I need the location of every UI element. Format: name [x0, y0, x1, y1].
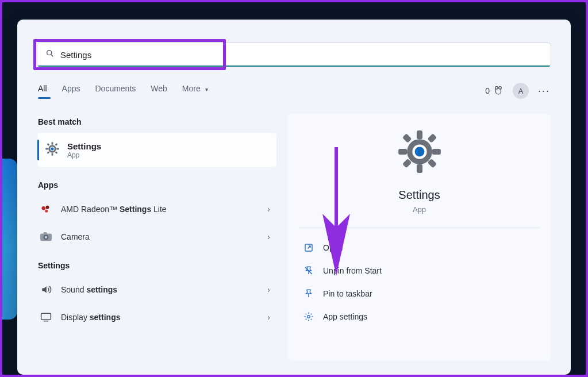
pin-icon [302, 288, 315, 299]
svg-point-2 [495, 87, 498, 90]
action-unpin-start[interactable]: Unpin from Start [299, 259, 540, 282]
svg-rect-22 [41, 313, 51, 320]
best-match-header: Best match [38, 117, 277, 126]
action-label: App settings [323, 312, 367, 321]
svg-rect-7 [45, 148, 48, 150]
svg-rect-10 [55, 151, 58, 154]
display-icon [39, 312, 53, 322]
app-item-camera[interactable]: Camera › [37, 223, 277, 251]
search-bar[interactable] [37, 43, 551, 67]
svg-rect-32 [427, 133, 437, 143]
tab-web[interactable]: Web [151, 84, 167, 98]
rewards-icon [493, 86, 504, 96]
app-item-label: Camera [61, 232, 259, 241]
svg-point-35 [414, 147, 424, 157]
svg-point-0 [47, 51, 52, 55]
svg-rect-8 [56, 148, 59, 150]
chevron-right-icon: › [267, 205, 270, 214]
svg-rect-28 [398, 149, 407, 155]
action-label: Unpin from Start [323, 266, 382, 275]
desktop-peek-left [2, 159, 17, 320]
svg-rect-27 [416, 164, 422, 173]
tab-more-label: More [182, 84, 201, 93]
tab-all[interactable]: All [38, 84, 47, 98]
svg-rect-12 [47, 151, 50, 154]
divider [299, 228, 540, 228]
avatar[interactable]: A [513, 83, 529, 99]
action-pin-taskbar[interactable]: Pin to taskbar [299, 282, 540, 305]
svg-rect-19 [44, 232, 47, 235]
apps-header: Apps [38, 180, 277, 190]
app-item-label: AMD Radeon™ Settings Lite [61, 205, 259, 214]
svg-point-3 [499, 87, 502, 90]
rewards-badge[interactable]: 0 [485, 86, 504, 96]
best-match-sub: App [67, 151, 101, 159]
start-search-panel: All Apps Documents Web More ▾ 0 A ··· [17, 20, 571, 375]
detail-header: Settings App [299, 128, 540, 214]
svg-point-17 [45, 210, 48, 213]
settings-small-icon [302, 311, 315, 322]
setting-item-label: Sound settings [61, 285, 259, 294]
svg-point-40 [308, 316, 310, 318]
tab-apps[interactable]: Apps [62, 84, 80, 98]
open-icon [302, 243, 315, 253]
action-label: Open [323, 243, 343, 252]
detail-panel: Settings App Open [287, 114, 551, 361]
sound-icon [39, 284, 53, 295]
chevron-right-icon: › [267, 313, 270, 322]
setting-item-label: Display settings [61, 313, 259, 322]
camera-icon [39, 232, 53, 242]
settings-header: Settings [38, 261, 277, 270]
amd-icon [39, 203, 53, 215]
action-app-settings[interactable]: App settings [299, 305, 540, 328]
detail-subtitle: App [413, 205, 426, 214]
unpin-icon [302, 266, 315, 276]
action-open[interactable]: Open [299, 236, 540, 259]
filter-row: All Apps Documents Web More ▾ 0 A ··· [37, 83, 551, 99]
detail-title: Settings [398, 188, 440, 202]
results-columns: Best match [37, 114, 551, 361]
gear-icon-large [395, 128, 444, 178]
svg-point-21 [45, 236, 47, 238]
svg-point-14 [51, 147, 53, 150]
tab-more[interactable]: More ▾ [182, 84, 208, 98]
svg-rect-26 [416, 130, 422, 139]
filter-tabs: All Apps Documents Web More ▾ [38, 84, 208, 98]
top-actions: 0 A ··· [485, 83, 550, 99]
search-input[interactable] [60, 50, 543, 60]
svg-rect-29 [432, 149, 440, 155]
results-left: Best match [37, 114, 277, 361]
setting-item-sound[interactable]: Sound settings › [37, 276, 277, 303]
best-match-tile[interactable]: Settings App [37, 132, 277, 168]
more-menu-icon[interactable]: ··· [538, 85, 550, 97]
chevron-right-icon: › [267, 232, 270, 241]
svg-rect-9 [47, 143, 50, 146]
chevron-right-icon: › [267, 285, 270, 294]
tab-documents[interactable]: Documents [95, 84, 136, 98]
svg-line-1 [51, 55, 53, 56]
svg-point-15 [42, 206, 46, 210]
svg-rect-5 [52, 142, 53, 144]
app-item-amd-settings[interactable]: AMD Radeon™ Settings Lite › [37, 195, 277, 223]
svg-point-16 [46, 206, 49, 209]
best-match-name: Settings [67, 141, 101, 151]
search-icon [45, 49, 55, 60]
rewards-count: 0 [485, 86, 490, 95]
search-wrap [37, 43, 551, 67]
chevron-down-icon: ▾ [205, 86, 208, 93]
search-underline [38, 66, 550, 67]
gear-icon [44, 141, 60, 159]
action-label: Pin to taskbar [323, 289, 372, 298]
setting-item-display[interactable]: Display settings › [37, 303, 277, 331]
svg-rect-6 [52, 153, 53, 155]
svg-rect-11 [55, 143, 58, 146]
svg-rect-30 [402, 133, 412, 143]
